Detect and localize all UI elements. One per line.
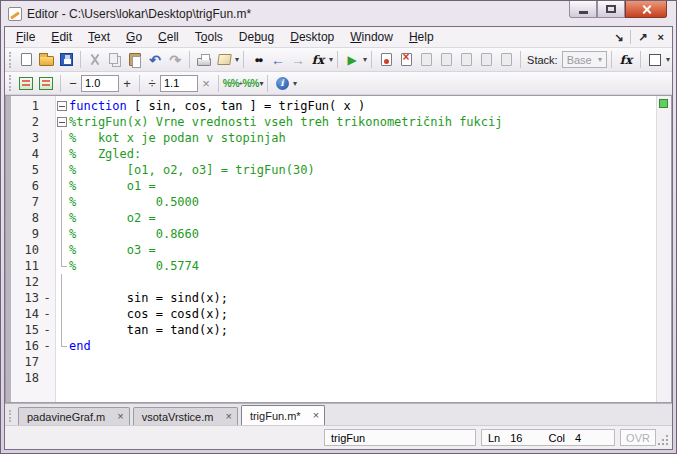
cell-actions-button[interactable]: %%▾	[243, 73, 263, 94]
go-back-button[interactable]: ←	[268, 49, 288, 70]
highlight-color-button[interactable]	[645, 49, 665, 70]
tabbar-grip[interactable]	[9, 410, 12, 422]
undo-button[interactable]: ↶	[145, 49, 165, 70]
run-dropdown-icon[interactable]: ▾	[363, 55, 367, 64]
step-button[interactable]	[416, 49, 436, 70]
factor-step-field[interactable]	[160, 75, 198, 92]
menu-debug[interactable]: Debug	[231, 29, 282, 45]
menu-window[interactable]: Window	[342, 29, 401, 45]
lint-ok-indicator[interactable]	[659, 99, 668, 108]
undock-icon[interactable]: ↗	[633, 31, 652, 44]
paste-button[interactable]	[125, 49, 145, 70]
stack-select[interactable]: Base ▾	[562, 51, 607, 68]
code-line[interactable]: 12	[11, 274, 656, 290]
code-area[interactable]: 1function [ sin, cos, tan ] = trigFun( x…	[11, 96, 656, 402]
resize-grip[interactable]	[666, 443, 668, 445]
fold-toggle-icon[interactable]	[55, 114, 69, 130]
cell-toolbar: − + ÷ × %%+ %%▾ i ▾	[5, 72, 672, 95]
code-line[interactable]: 4% Zgled:	[11, 146, 656, 162]
step-in-button[interactable]	[436, 49, 456, 70]
fold-toggle-icon[interactable]	[55, 98, 69, 114]
minimize-button[interactable]	[569, 1, 597, 18]
code-line[interactable]: 10% o3 =	[11, 242, 656, 258]
code-line[interactable]: 13- sin = sind(x);	[11, 290, 656, 306]
help-button[interactable]: i	[272, 73, 292, 94]
menu-go[interactable]: Go	[118, 29, 150, 45]
code-line[interactable]: 6% o1 =	[11, 178, 656, 194]
insert-cell-divider-button[interactable]: %%+	[223, 73, 243, 94]
multiply-value-button[interactable]: ×	[198, 76, 214, 91]
set-breakpoint-button[interactable]	[376, 49, 396, 70]
code-line[interactable]: 18	[11, 370, 656, 386]
publish-dropdown-icon[interactable]: ▾	[235, 55, 239, 64]
highlight-dropdown-icon[interactable]: ▾	[666, 55, 670, 64]
panel-close-icon[interactable]: ×	[653, 31, 669, 43]
separator	[80, 51, 81, 68]
code-line[interactable]: 5% [o1, o2, o3] = trigFun(30)	[11, 162, 656, 178]
increment-value-button[interactable]: +	[119, 76, 135, 91]
menu-desktop[interactable]: Desktop	[282, 29, 342, 45]
find-button[interactable]: ●●	[248, 49, 268, 70]
code-text: % 0.8660	[69, 226, 199, 242]
overwrite-mode-indicator[interactable]: OVR	[620, 429, 656, 446]
evaluate-cell-advance-button[interactable]	[36, 73, 56, 94]
close-button[interactable]	[625, 1, 667, 18]
message-indicator-bar[interactable]	[656, 96, 671, 402]
line-number: 8	[11, 210, 39, 226]
continue-button[interactable]	[476, 49, 496, 70]
divide-value-button[interactable]: ÷	[144, 76, 160, 91]
code-line[interactable]: 1function [ sin, cos, tan ] = trigFun( x…	[11, 98, 656, 114]
current-function-name: trigFun	[331, 432, 365, 444]
copy-button[interactable]	[105, 49, 125, 70]
info-icon: i	[276, 77, 289, 90]
code-line[interactable]: 9% 0.8660	[11, 226, 656, 242]
dock-icon[interactable]: ↘	[609, 31, 628, 44]
step-out-icon	[461, 53, 472, 66]
function-browser-dropdown-icon[interactable]: ▾	[329, 55, 333, 64]
code-line[interactable]: 16-end	[11, 338, 656, 354]
menu-text[interactable]: Text	[80, 29, 118, 45]
code-line[interactable]: 15- tan = tand(x);	[11, 322, 656, 338]
save-button[interactable]	[56, 49, 76, 70]
code-line[interactable]: 17	[11, 354, 656, 370]
exit-debug-button[interactable]	[496, 49, 516, 70]
menu-cell[interactable]: Cell	[150, 29, 187, 45]
title-bar[interactable]: Editor - C:\Users\lokar\Desktop\trigFun.…	[4, 1, 673, 26]
function-browser-button[interactable]: fx	[308, 49, 328, 70]
menu-help[interactable]: Help	[401, 29, 442, 45]
clear-breakpoints-button[interactable]	[396, 49, 416, 70]
tab-close-icon[interactable]: ×	[313, 410, 319, 421]
decrement-value-button[interactable]: −	[65, 76, 81, 91]
go-forward-button[interactable]: →	[288, 49, 308, 70]
code-line[interactable]: 2%trigFun(x) Vrne vrednosti vseh treh tr…	[11, 114, 656, 130]
run-button[interactable]: ▶	[342, 49, 362, 70]
toolbar-grip[interactable]	[9, 52, 12, 68]
menu-tools[interactable]: Tools	[187, 29, 231, 45]
maximize-button[interactable]	[597, 1, 625, 18]
cut-button[interactable]	[85, 49, 105, 70]
open-file-button[interactable]	[36, 49, 56, 70]
tab-vsotavrstice-m[interactable]: vsotaVrstice.m×	[133, 407, 238, 425]
print-button[interactable]	[194, 49, 214, 70]
menu-edit[interactable]: Edit	[43, 29, 80, 45]
tab-padavinegraf-m[interactable]: padavineGraf.m×	[18, 407, 130, 425]
code-line[interactable]: 8% o2 =	[11, 210, 656, 226]
step-out-button[interactable]	[456, 49, 476, 70]
help-dropdown-icon[interactable]: ▾	[293, 79, 297, 88]
new-file-button[interactable]	[16, 49, 36, 70]
tab-close-icon[interactable]: ×	[117, 411, 123, 422]
function-hints-button[interactable]: fx	[616, 49, 636, 70]
value-step-field[interactable]	[81, 75, 119, 92]
code-line[interactable]: 11% 0.5774	[11, 258, 656, 274]
publish-button[interactable]	[214, 49, 234, 70]
menu-file[interactable]: File	[8, 29, 43, 45]
redo-button[interactable]: ↷	[165, 49, 185, 70]
toolbar-grip[interactable]	[9, 75, 12, 91]
code-line[interactable]: 14- cos = cosd(x);	[11, 306, 656, 322]
code-line[interactable]: 7% 0.5000	[11, 194, 656, 210]
binoculars-icon: ●●	[255, 55, 262, 65]
tab-close-icon[interactable]: ×	[225, 411, 231, 422]
tab-trigfun-m-[interactable]: trigFun.m*×	[241, 405, 325, 425]
evaluate-cell-button[interactable]	[16, 73, 36, 94]
code-line[interactable]: 3% kot x je podan v stopinjah	[11, 130, 656, 146]
